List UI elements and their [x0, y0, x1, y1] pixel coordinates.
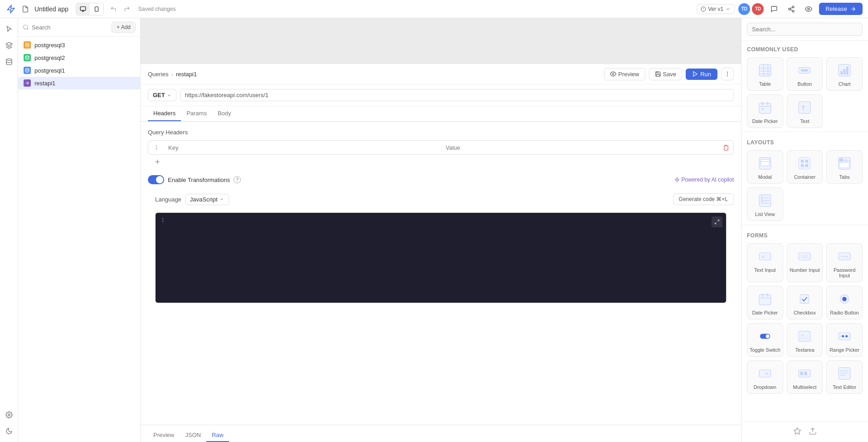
- list-item[interactable]: postgresql2: [18, 51, 140, 64]
- svg-rect-98: [800, 372, 803, 375]
- header-key-input[interactable]: [168, 144, 438, 151]
- moon-icon[interactable]: [2, 424, 16, 438]
- url-bar: GET: [141, 84, 741, 106]
- component-text-input[interactable]: aI Text Input: [747, 243, 783, 282]
- undo-btn[interactable]: [107, 3, 119, 15]
- component-number-input[interactable]: 123 Number Input: [787, 243, 823, 282]
- delete-header-btn[interactable]: [719, 142, 733, 152]
- list-item[interactable]: postgresql1: [18, 64, 140, 77]
- svg-text:aI: aI: [761, 254, 765, 259]
- svg-line-20: [27, 29, 29, 30]
- language-selector[interactable]: JavaScript: [185, 194, 229, 205]
- headers-table: 1: [148, 140, 734, 155]
- svg-point-68: [761, 196, 762, 197]
- component-toggle-switch[interactable]: Toggle Switch: [747, 323, 783, 357]
- svg-rect-43: [846, 67, 848, 75]
- preview-button[interactable]: Preview: [604, 68, 645, 80]
- transformations-toggle[interactable]: [148, 175, 164, 184]
- tab-preview[interactable]: Preview: [148, 429, 180, 442]
- svg-point-87: [766, 334, 769, 338]
- mobile-view-btn[interactable]: [90, 3, 103, 15]
- toggle-knob: [156, 176, 163, 183]
- preview-icon[interactable]: [802, 2, 815, 16]
- cursor-icon[interactable]: [2, 22, 16, 36]
- component-date-picker[interactable]: Date Picker: [747, 94, 783, 128]
- settings-icon[interactable]: [2, 408, 16, 422]
- svg-point-9: [792, 6, 794, 8]
- search-input[interactable]: [32, 24, 109, 31]
- component-chart[interactable]: Chart: [826, 57, 863, 91]
- datasource-label: postgresql1: [34, 67, 65, 74]
- generate-code-button[interactable]: Generate code ⌘+L: [673, 193, 734, 205]
- component-dropdown-label: Dropdown: [754, 384, 776, 390]
- generate-code-label: Generate code ⌘+L: [679, 196, 728, 202]
- share-icon[interactable]: [785, 2, 798, 16]
- svg-text:T: T: [801, 104, 805, 112]
- info-icon[interactable]: ?: [234, 176, 241, 183]
- component-table[interactable]: Table: [747, 57, 783, 91]
- component-container[interactable]: Container: [787, 150, 823, 184]
- component-text-input-label: Text Input: [754, 267, 776, 273]
- language-row: Language JavaScript Generate code ⌘+L: [148, 190, 734, 209]
- database-icon[interactable]: [2, 54, 16, 69]
- component-password-input[interactable]: Password Input: [826, 243, 863, 282]
- svg-point-24: [613, 73, 614, 75]
- more-options-btn[interactable]: [721, 68, 734, 80]
- layers-icon[interactable]: [2, 38, 16, 53]
- app-logo: [5, 4, 16, 15]
- svg-point-77: [844, 255, 845, 257]
- svg-line-12: [790, 10, 793, 11]
- add-header-btn[interactable]: +: [148, 155, 734, 170]
- component-multiselect-label: Multiselect: [793, 384, 817, 390]
- svg-rect-52: [761, 159, 769, 166]
- tab-json[interactable]: JSON: [180, 429, 206, 442]
- tab-body[interactable]: Body: [212, 106, 237, 121]
- url-input[interactable]: [180, 89, 734, 101]
- component-button[interactable]: Button: [787, 57, 823, 91]
- save-button[interactable]: Save: [649, 68, 683, 80]
- svg-point-14: [808, 8, 809, 10]
- list-item[interactable]: postgresql3: [18, 39, 140, 51]
- version-selector[interactable]: Ver v1: [697, 4, 735, 14]
- ai-copilot-link[interactable]: Powered by AI copilot: [674, 177, 734, 183]
- component-tabs[interactable]: Tabs: [826, 150, 863, 184]
- component-number-input-label: Number Input: [790, 267, 820, 273]
- component-search-input[interactable]: [747, 23, 863, 36]
- component-list-view[interactable]: List View: [747, 187, 783, 221]
- tab-params[interactable]: Params: [181, 106, 212, 121]
- redo-btn[interactable]: [121, 3, 133, 15]
- component-radio-button[interactable]: Radio Button: [826, 286, 863, 319]
- commonly-used-title: Commonly Used: [747, 46, 863, 53]
- component-date-picker-form[interactable]: Date Picker: [747, 286, 783, 319]
- component-range-picker[interactable]: Range Picker: [826, 323, 863, 357]
- release-button[interactable]: Release: [819, 3, 863, 15]
- method-selector[interactable]: GET: [148, 89, 176, 101]
- header-value-input[interactable]: [446, 144, 716, 151]
- list-item[interactable]: restapi1: [18, 77, 140, 89]
- svg-rect-61: [844, 159, 848, 161]
- star-icon[interactable]: [793, 427, 801, 437]
- component-modal[interactable]: Modal: [747, 150, 783, 184]
- add-button[interactable]: + Add: [112, 22, 136, 33]
- forms-section: Forms aI Text Input: [741, 227, 868, 396]
- number-input-icon: 123: [795, 247, 814, 265]
- avatar-2: TD: [752, 3, 764, 15]
- svg-line-30: [717, 220, 719, 222]
- component-multiselect[interactable]: Multiselect: [787, 360, 823, 394]
- component-checkbox[interactable]: Checkbox: [787, 286, 823, 319]
- expand-editor-btn[interactable]: [712, 216, 722, 227]
- comment-icon[interactable]: [767, 2, 781, 16]
- component-chart-label: Chart: [839, 81, 851, 87]
- component-dropdown[interactable]: Dropdown: [747, 360, 783, 394]
- desktop-view-btn[interactable]: [76, 3, 90, 15]
- tab-raw[interactable]: Raw: [206, 429, 229, 442]
- run-button[interactable]: Run: [686, 69, 717, 80]
- component-text[interactable]: T Text: [787, 94, 823, 128]
- component-text-editor[interactable]: Text Editor: [826, 360, 863, 394]
- method-value: GET: [153, 92, 165, 98]
- svg-rect-41: [840, 71, 843, 75]
- component-textarea[interactable]: aI Textarea: [787, 323, 823, 357]
- upload-icon[interactable]: [809, 427, 817, 437]
- tab-headers[interactable]: Headers: [148, 106, 181, 121]
- commonly-used-grid: Table Button: [747, 57, 863, 128]
